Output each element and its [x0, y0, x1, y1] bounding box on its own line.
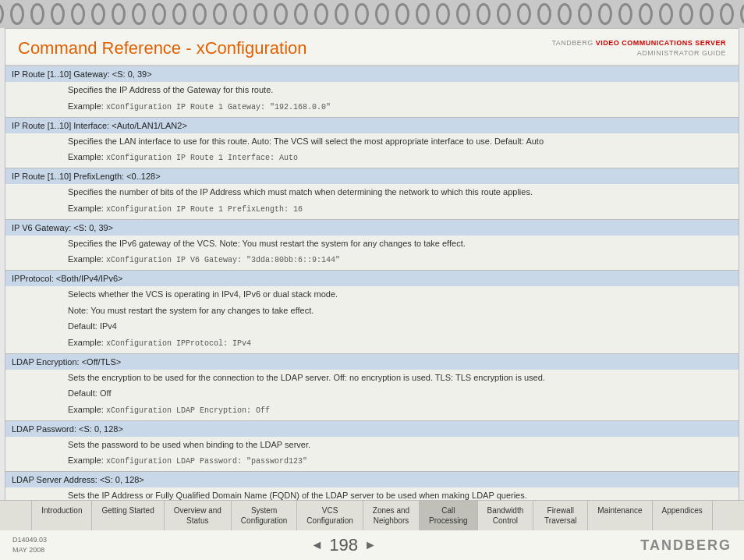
detail-row: Example: xConfiguration IPProtocol: IPv4	[5, 335, 739, 354]
detail-row: Example: xConfiguration IP Route 1 Prefi…	[5, 200, 739, 220]
detail-row: Example: xConfiguration LDAP Password: "…	[5, 452, 739, 472]
spiral-loop	[233, 3, 247, 25]
spiral-loop	[477, 3, 491, 25]
spiral-loop	[355, 3, 369, 25]
nav-tab-call-processing[interactable]: CallProcessing	[420, 501, 477, 530]
spiral-loop	[436, 3, 450, 25]
spiral-loop	[578, 3, 592, 25]
spiral-loop	[0, 3, 4, 25]
doc-info: D14049.03 MAY 2008	[12, 535, 47, 555]
nav-tab-getting-started[interactable]: Getting Started	[92, 501, 164, 530]
spiral-loop	[375, 3, 389, 25]
page-footer: IntroductionGetting StartedOverview andS…	[0, 500, 744, 560]
footer-brand: TANDBERG	[640, 537, 732, 554]
spiral-loop	[598, 3, 612, 25]
nav-tab-system-config[interactable]: SystemConfiguration	[232, 501, 297, 530]
spiral-loop	[193, 3, 207, 25]
detail-row: Sets the encryption to be used for the c…	[5, 370, 739, 386]
spiral-loop	[517, 3, 531, 25]
detail-row: Sets the password to be used when bindin…	[5, 437, 739, 453]
spiral-loop	[172, 3, 186, 25]
detail-row: Example: xConfiguration IP Route 1 Inter…	[5, 149, 739, 168]
nav-tab-appendices[interactable]: Appendices	[653, 501, 713, 530]
nav-tab-zones-neighbors[interactable]: Zones andNeighbors	[363, 501, 420, 530]
next-page-button[interactable]: ►	[364, 538, 377, 552]
spiral-loop	[152, 3, 166, 25]
detail-row: Note: You must restart the system for an…	[5, 303, 739, 319]
spiral-loop	[274, 3, 288, 25]
page-navigation[interactable]: ◄ 198 ►	[310, 535, 376, 555]
detail-row: Specifies the number of bits of the IP A…	[5, 184, 739, 200]
detail-row: Selects whether the VCS is operating in …	[5, 286, 739, 303]
section-header-row: LDAP Password: <S: 0, 128>	[5, 420, 739, 437]
spiral-loop	[618, 3, 632, 25]
spiral-loop	[30, 3, 44, 25]
nav-tab-maintenance[interactable]: Maintenance	[588, 501, 652, 530]
spiral-binding	[0, 0, 744, 28]
spiral-loop	[659, 3, 673, 25]
section-header-row: LDAP Server Address: <S: 0, 128>	[5, 472, 739, 488]
spiral-loop	[294, 3, 308, 25]
spiral-loop	[720, 3, 734, 25]
detail-row: Example: xConfiguration IP V6 Gateway: "…	[5, 251, 739, 271]
bottom-footer: D14049.03 MAY 2008 ◄ 198 ► TANDBERG	[0, 530, 744, 560]
spiral-loop	[537, 3, 551, 25]
page-title: Command Reference - xConfiguration	[18, 38, 307, 58]
nav-tabs-bar: IntroductionGetting StartedOverview andS…	[0, 500, 744, 530]
detail-row: Default: Off	[5, 385, 739, 402]
detail-row: Specifies the LAN interface to use for t…	[5, 133, 739, 150]
spiral-loop	[456, 3, 470, 25]
nav-tab-introduction[interactable]: Introduction	[31, 501, 92, 530]
content-area: IP Route [1..10] Gateway: <S: 0, 39>Spec…	[5, 65, 739, 548]
section-header-row: IP Route [1..10] Gateway: <S: 0, 39>	[5, 66, 739, 82]
section-header-row: IP V6 Gateway: <S: 0, 39>	[5, 219, 739, 236]
spiral-loop	[497, 3, 511, 25]
spiral-loop	[416, 3, 430, 25]
detail-row: Specifies the IP Address of the Gateway …	[5, 82, 739, 98]
spiral-loop	[253, 3, 267, 25]
nav-tab-bandwidth-control[interactable]: BandwidthControl	[478, 501, 534, 530]
detail-row: Example: xConfiguration LDAP Encryption:…	[5, 402, 739, 421]
spiral-loop	[679, 3, 693, 25]
spiral-loop	[213, 3, 227, 25]
section-header-row: IP Route [1..10] Interface: <Auto/LAN1/L…	[5, 117, 739, 133]
page-number: 198	[329, 535, 358, 555]
spiral-loop	[10, 3, 24, 25]
detail-row: Example: xConfiguration IP Route 1 Gatew…	[5, 98, 739, 118]
spiral-loop	[639, 3, 653, 25]
section-header-row: LDAP Encryption: <Off/TLS>	[5, 353, 739, 370]
main-wrapper: Command Reference - xConfiguration TANDB…	[5, 28, 739, 549]
detail-row: Default: IPv4	[5, 318, 739, 335]
spiral-loop	[395, 3, 409, 25]
nav-tab-firewall-traversal[interactable]: FirewallTraversal	[533, 501, 588, 530]
spiral-loop	[132, 3, 146, 25]
spiral-loop	[335, 3, 349, 25]
reference-table: IP Route [1..10] Gateway: <S: 0, 39>Spec…	[5, 65, 739, 548]
section-header-row: IPProtocol: <Both/IPv4/IPv6>	[5, 271, 739, 287]
detail-row: Specifies the IPv6 gateway of the VCS. N…	[5, 236, 739, 252]
spiral-loop	[112, 3, 126, 25]
spiral-loop	[91, 3, 105, 25]
page-header: Command Reference - xConfiguration TANDB…	[5, 29, 739, 65]
brand-info: TANDBERG VIDEO COMMUNICATIONS SERVER ADM…	[551, 38, 726, 58]
spiral-loop	[51, 3, 65, 25]
nav-tab-overview-status[interactable]: Overview andStatus	[165, 501, 232, 530]
spiral-loop	[740, 3, 744, 25]
spiral-loop	[71, 3, 85, 25]
spiral-loop	[700, 3, 714, 25]
section-header-row: IP Route [1..10] PrefixLength: <0..128>	[5, 168, 739, 185]
prev-page-button[interactable]: ◄	[310, 538, 323, 552]
nav-tab-vcs-config[interactable]: VCSConfiguration	[297, 501, 363, 530]
spiral-loop	[314, 3, 328, 25]
spiral-loop	[558, 3, 572, 25]
